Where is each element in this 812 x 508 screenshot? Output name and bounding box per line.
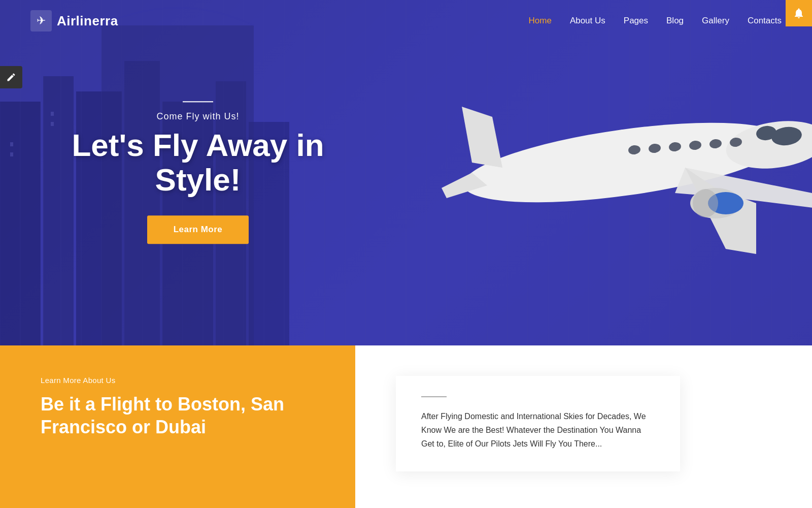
logo-text: Airlinerra: [57, 13, 118, 29]
hero-title: Let's Fly Away in Style!: [30, 128, 365, 197]
hero-section: ✈ Airlinerra Home About Us Pages Blog Ga…: [0, 0, 812, 345]
header: ✈ Airlinerra Home About Us Pages Blog Ga…: [0, 0, 812, 42]
bottom-left-title: Be it a Flight to Boston, San Francisco …: [41, 393, 315, 438]
right-card: After Flying Domestic and International …: [396, 376, 680, 471]
logo[interactable]: ✈ Airlinerra: [30, 10, 118, 31]
bottom-section: Learn More About Us Be it a Flight to Bo…: [0, 345, 812, 508]
pencil-icon: [6, 72, 16, 82]
learn-more-button[interactable]: Learn More: [147, 216, 249, 244]
nav-item-home[interactable]: Home: [529, 16, 552, 26]
logo-icon: ✈: [30, 10, 52, 31]
bottom-left-label: Learn More About Us: [41, 376, 315, 385]
svg-point-67: [693, 189, 718, 217]
right-card-divider: [421, 396, 447, 397]
nav-item-blog[interactable]: Blog: [666, 16, 684, 26]
hero-content: Come Fly with Us! Let's Fly Away in Styl…: [0, 101, 365, 244]
hero-divider: [183, 101, 213, 102]
airplane-image: [431, 51, 812, 295]
nav-item-contacts[interactable]: Contacts: [748, 16, 782, 26]
edit-button[interactable]: [0, 66, 22, 88]
nav-item-pages[interactable]: Pages: [624, 16, 648, 26]
nav-item-gallery[interactable]: Gallery: [702, 16, 729, 26]
bottom-left-panel: Learn More About Us Be it a Flight to Bo…: [0, 345, 355, 508]
bell-icon: [793, 7, 805, 19]
notification-button[interactable]: [786, 0, 812, 26]
hero-subtitle: Come Fly with Us!: [30, 111, 365, 122]
main-nav: Home About Us Pages Blog Gallery Contact…: [529, 16, 782, 26]
bottom-right-panel: After Flying Domestic and International …: [355, 345, 812, 508]
right-card-text: After Flying Domestic and International …: [421, 409, 655, 451]
nav-item-about[interactable]: About Us: [570, 16, 605, 26]
